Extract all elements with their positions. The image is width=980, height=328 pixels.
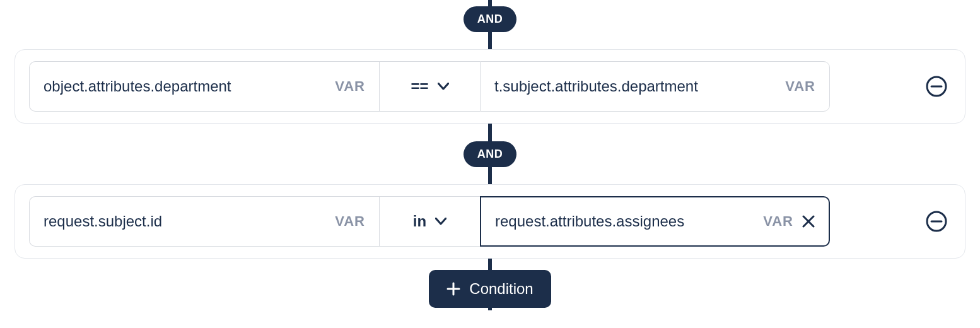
remove-condition-button[interactable] bbox=[922, 72, 951, 101]
operator-select[interactable]: == bbox=[379, 61, 480, 112]
var-badge: VAR bbox=[763, 213, 793, 230]
plus-icon bbox=[446, 282, 460, 296]
left-operand-value: object.attributes.department bbox=[44, 78, 327, 95]
right-operand-value: request.attributes.assignees bbox=[495, 213, 755, 230]
logic-pill[interactable]: AND bbox=[464, 141, 517, 167]
left-operand-field[interactable]: object.attributes.department VAR bbox=[29, 61, 379, 112]
remove-condition-button[interactable] bbox=[922, 207, 951, 236]
add-condition-button[interactable]: Condition bbox=[429, 270, 551, 308]
operator-value: == bbox=[411, 78, 428, 95]
left-operand-value: request.subject.id bbox=[44, 213, 327, 230]
condition-builder: AND object.attributes.department VAR == … bbox=[0, 0, 980, 310]
operator-select[interactable]: in bbox=[379, 196, 480, 247]
add-condition-label: Condition bbox=[469, 280, 533, 298]
clear-field-button[interactable] bbox=[802, 215, 815, 228]
right-operand-field[interactable]: request.attributes.assignees VAR bbox=[480, 196, 830, 247]
left-operand-field[interactable]: request.subject.id VAR bbox=[29, 196, 379, 247]
condition-row: object.attributes.department VAR == t.su… bbox=[15, 49, 965, 124]
operator-value: in bbox=[413, 213, 426, 230]
right-operand-value: t.subject.attributes.department bbox=[494, 78, 778, 95]
var-badge: VAR bbox=[785, 78, 815, 95]
logic-pill[interactable]: AND bbox=[464, 6, 517, 32]
close-icon bbox=[802, 215, 815, 228]
remove-icon bbox=[926, 76, 947, 97]
remove-icon bbox=[926, 211, 947, 232]
chevron-down-icon bbox=[438, 83, 449, 90]
condition-row: request.subject.id VAR in request.attrib… bbox=[15, 184, 965, 259]
right-operand-field[interactable]: t.subject.attributes.department VAR bbox=[480, 61, 830, 112]
var-badge: VAR bbox=[335, 213, 365, 230]
chevron-down-icon bbox=[435, 218, 446, 225]
var-badge: VAR bbox=[335, 78, 365, 95]
